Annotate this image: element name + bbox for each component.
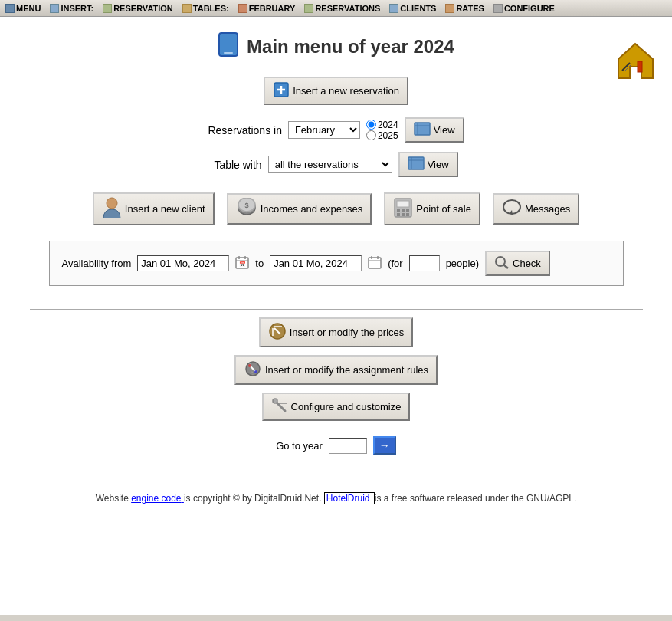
client-icon (102, 197, 122, 221)
goto-year-label: Go to year (276, 440, 323, 452)
nav-reservation-label: RESERVATION (113, 4, 173, 13)
divider (30, 309, 643, 310)
configure-label: Configure and customize (291, 401, 402, 412)
page-title-area: Main menu of year 2024 (15, 32, 657, 61)
table-with-label: Table with (214, 159, 261, 171)
availability-label: Availability from (62, 258, 132, 269)
view-reservations-button[interactable]: View (405, 117, 464, 143)
pos-label: Point of sale (416, 203, 471, 215)
svg-point-15 (107, 198, 117, 209)
calendar-to-icon[interactable] (368, 255, 382, 271)
year-2025-option[interactable]: 2025 (366, 130, 398, 141)
nav-clients[interactable]: CLIENTS (387, 3, 438, 14)
clients-nav-icon (389, 4, 398, 13)
svg-rect-27 (406, 213, 409, 216)
year-2025-radio[interactable] (366, 130, 376, 140)
calendar-from-icon[interactable]: 📅 (235, 255, 249, 271)
configure-button[interactable]: Configure and customize (262, 393, 411, 421)
tables-nav-icon (182, 4, 192, 13)
configure-nav-icon (493, 4, 503, 13)
page-title-text: Main menu of year 2024 (247, 36, 454, 58)
insert-reservation-section: Insert a new reservation (15, 77, 657, 105)
home-icon (615, 40, 657, 82)
nav-insert-label: INSERT: (61, 4, 93, 13)
check-button[interactable]: Check (485, 251, 550, 276)
rates-nav-icon (445, 4, 454, 13)
footer-suffix: is a free software released under the GN… (375, 493, 576, 504)
insert-reservation-button[interactable]: Insert a new reservation (264, 77, 408, 105)
view-table-button[interactable]: View (398, 152, 458, 177)
table-select[interactable]: all the reservations pending reservation… (268, 156, 392, 173)
svg-point-51 (273, 399, 277, 403)
svg-point-48 (254, 370, 257, 373)
svg-rect-35 (369, 258, 381, 268)
nav-menu[interactable]: MENU (3, 3, 43, 14)
nav-configure[interactable]: CONFIGURE (491, 3, 557, 14)
tablet-icon (218, 32, 239, 61)
nav-menu-label: MENU (16, 4, 41, 13)
nav-tables[interactable]: TABLES: (180, 3, 231, 14)
prices-icon (268, 322, 287, 343)
main-content: Main menu of year 2024 Insert a new rese… (0, 17, 672, 615)
date-to-input[interactable] (270, 255, 362, 271)
nav-february[interactable]: FEBRUARY (236, 3, 298, 14)
view-reservations-label: View (434, 124, 455, 136)
nav-tables-label: TABLES: (193, 4, 229, 13)
incomes-icon: $ (236, 198, 257, 220)
menu-nav-icon (5, 4, 15, 13)
reservation-nav-icon (103, 4, 112, 13)
pos-icon (393, 197, 413, 221)
footer: Website engine code is copyright © by Di… (15, 485, 657, 511)
insert-client-label: Insert a new client (125, 203, 205, 215)
configure-icon (271, 397, 288, 416)
svg-rect-21 (397, 201, 409, 207)
svg-rect-25 (397, 213, 400, 216)
incomes-button[interactable]: $ Incomes and expenses (227, 193, 372, 225)
messages-icon (502, 198, 522, 220)
year-2024-radio[interactable] (366, 120, 376, 130)
goto-year-input[interactable] (329, 438, 367, 454)
pos-button[interactable]: Point of sale (384, 192, 480, 225)
rules-icon (244, 360, 262, 380)
top-navigation-bar: MENU INSERT: RESERVATION TABLES: FEBRUAR… (0, 0, 672, 17)
table-with-row: Table with all the reservations pending … (15, 152, 657, 177)
nav-rates[interactable]: RATES (443, 3, 486, 14)
action-buttons-row: Insert a new client $ Incomes and expens… (15, 192, 657, 225)
home-icon-area (615, 40, 657, 84)
svg-rect-24 (406, 209, 409, 212)
svg-rect-9 (415, 123, 430, 135)
svg-rect-26 (402, 213, 405, 216)
check-label: Check (513, 258, 541, 269)
goto-year-button[interactable]: → (373, 436, 396, 455)
insert-client-button[interactable]: Insert a new client (93, 192, 215, 225)
view-reservations-icon (414, 122, 431, 138)
messages-label: Messages (525, 203, 570, 215)
prices-section: Insert or modify the prices (15, 317, 657, 347)
nav-reservations-label: RESERVATIONS (315, 4, 380, 13)
february-nav-icon (238, 4, 247, 13)
check-icon (494, 255, 510, 271)
insert-reservation-label: Insert a new reservation (293, 85, 399, 97)
for-label: (for (388, 258, 403, 269)
nav-reservations[interactable]: RESERVATIONS (302, 3, 382, 14)
svg-text:$: $ (244, 202, 248, 209)
insert-nav-icon (50, 4, 59, 13)
date-from-input[interactable] (137, 255, 229, 271)
engine-code-link[interactable]: engine code (131, 493, 184, 504)
nav-rates-label: RATES (456, 4, 484, 13)
svg-rect-12 (408, 157, 424, 169)
people-input[interactable] (409, 255, 440, 271)
incomes-label: Incomes and expenses (261, 203, 363, 215)
footer-prefix: Website (96, 493, 129, 504)
nav-reservation[interactable]: RESERVATION (100, 3, 175, 14)
messages-button[interactable]: Messages (493, 193, 579, 225)
year-2024-option[interactable]: 2024 (366, 120, 398, 130)
view-table-icon (408, 156, 425, 172)
rules-button[interactable]: Insert or modify the assignment rules (234, 355, 438, 385)
prices-button[interactable]: Insert or modify the prices (259, 317, 414, 347)
nav-insert[interactable]: INSERT: (48, 3, 96, 14)
rules-section: Insert or modify the assignment rules (15, 355, 657, 385)
month-select[interactable]: January February March April May June Ju… (288, 121, 360, 139)
svg-text:📅: 📅 (239, 261, 246, 268)
hotel-druid-link[interactable]: HotelDruid (324, 492, 375, 504)
